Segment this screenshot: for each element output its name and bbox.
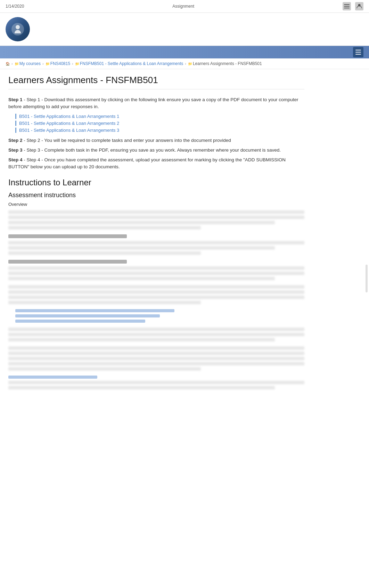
logo-person-icon [14,25,21,33]
blurred-line [8,290,304,294]
overview-label: Overview [8,202,304,207]
breadcrumb-item-0[interactable]: 📁 My courses [15,61,41,66]
step3-text: Step 3 - Step 3 - Complete both task in … [8,147,304,154]
blurred-line [8,333,304,336]
breadcrumb-sep-0: › [11,62,13,66]
blurred-section-footer [8,376,304,389]
blurred-label [8,234,127,238]
top-bar-title: Assignment [172,4,194,9]
blurred-content-5 [8,328,304,341]
blurred-link-item [15,314,160,317]
breadcrumb-item-3: 📁 Learners Assignments - FNSFMB501 [188,61,262,66]
step2-text: Step 2 - Step 2 - You will be required t… [8,137,304,144]
hamburger-line-2 [355,52,361,53]
top-bar-date: 1/14/2020 [6,4,24,9]
breadcrumb-folder-icon-1: 📁 [46,62,50,66]
breadcrumb-folder-icon-2: 📁 [75,62,79,66]
link-0[interactable]: B501 - Settle Applications & Loan Arrang… [15,114,119,119]
breadcrumb-current: Learners Assignments - FNSFMB501 [193,61,262,66]
blurred-content-1 [8,210,304,229]
main-content: Learners Assignments - FNSFMB501 Step 1 … [0,69,313,400]
breadcrumb-link-0[interactable]: My courses [19,61,41,66]
blurred-line [8,216,304,219]
svg-rect-0 [344,4,350,5]
blurred-line [8,296,304,299]
breadcrumb-item-2[interactable]: 📁 FNSFMB501 - Settle Applications & Loan… [75,61,183,66]
breadcrumb-link-2[interactable]: FNSFMB501 - Settle Applications & Loan A… [80,61,183,66]
blurred-section-6 [8,346,304,371]
blurred-line [8,266,304,270]
site-header [0,13,369,46]
blurred-line [8,352,304,355]
assessment-instructions-heading: Assessment instructions [8,192,304,199]
blurred-line [8,221,275,224]
scrollbar[interactable] [366,265,368,292]
logo-inner [11,23,24,35]
top-bar: 1/14/2020 Assignment [0,0,369,13]
blurred-line [8,357,304,360]
instructions-section: Step 1 - Step 1 - Download this assessme… [8,96,304,171]
blurred-line [8,210,304,214]
breadcrumb-folder-icon-3: 📁 [188,62,192,66]
blurred-link-item [15,309,174,312]
link-item-0[interactable]: B501 - Settle Applications & Loan Arrang… [15,113,304,119]
step1-text: Step 1 - Step 1 - Download this assessme… [8,96,304,111]
blurred-line [8,277,275,280]
breadcrumb-home-icon: 🏠 [6,62,10,66]
breadcrumb-folder-icon-0: 📁 [15,62,19,66]
page-title: Learners Assignments - FNSFMB501 [8,75,304,89]
blurred-line [8,338,275,341]
hamburger-line-1 [355,50,361,50]
blurred-line [8,272,304,275]
blurred-line [8,226,201,229]
blurred-section-4 [8,285,304,304]
blurred-line [8,246,275,250]
account-icon[interactable] [355,2,363,10]
blurred-link-footer [8,376,97,379]
blurred-section-5 [8,328,304,341]
breadcrumb: 🏠 › 📁 My courses › 📁 FNS40815 › 📁 FNSFMB… [0,58,369,69]
nav-menu-button[interactable] [353,47,363,57]
blurred-content-2 [8,241,304,255]
menu-icon[interactable] [343,2,351,10]
breadcrumb-sep-1: › [42,62,44,66]
breadcrumb-link-1[interactable]: FNS40815 [50,61,70,66]
blurred-section-3 [8,260,304,280]
blurred-line [8,285,304,289]
blurred-line [8,381,304,384]
svg-rect-1 [344,6,350,7]
blurred-line [8,301,201,304]
blurred-line [8,386,275,389]
link-item-1[interactable]: B501 - Settle Applications & Loan Arrang… [15,120,304,126]
blurred-content-footer [8,381,304,389]
blurred-line [8,251,201,255]
blurred-content-3 [8,266,304,280]
blurred-section-2 [8,234,304,255]
blurred-line [8,362,304,365]
blurred-section-1 [8,210,304,229]
nav-bar [0,46,369,58]
site-logo [6,17,30,41]
blurred-link-item [15,320,145,323]
blurred-line [8,241,304,244]
hamburger-line-3 [355,54,361,55]
blurred-line [8,367,201,371]
blurred-line [8,328,304,331]
blurred-content-4 [8,285,304,304]
link-2[interactable]: B501 - Settle Applications & Loan Arrang… [15,128,119,133]
step4-text: Step 4 - Step 4 - Once you have complete… [8,156,304,171]
link-1[interactable]: B501 - Settle Applications & Loan Arrang… [15,121,119,126]
link-item-2[interactable]: B501 - Settle Applications & Loan Arrang… [15,127,304,133]
breadcrumb-item-1[interactable]: 📁 FNS40815 [46,61,70,66]
instructions-to-learner-heading: Instructions to Learner [8,178,304,187]
blurred-label [8,260,127,264]
breadcrumb-sep-2: › [72,62,73,66]
blurred-list [15,309,304,323]
blurred-content-6 [8,346,304,371]
hamburger-icon [355,50,361,55]
breadcrumb-sep-3: › [185,62,186,66]
blurred-section-list [8,309,304,323]
svg-rect-2 [344,8,350,8]
blurred-line [8,346,304,350]
step1-links: B501 - Settle Applications & Loan Arrang… [15,113,304,133]
